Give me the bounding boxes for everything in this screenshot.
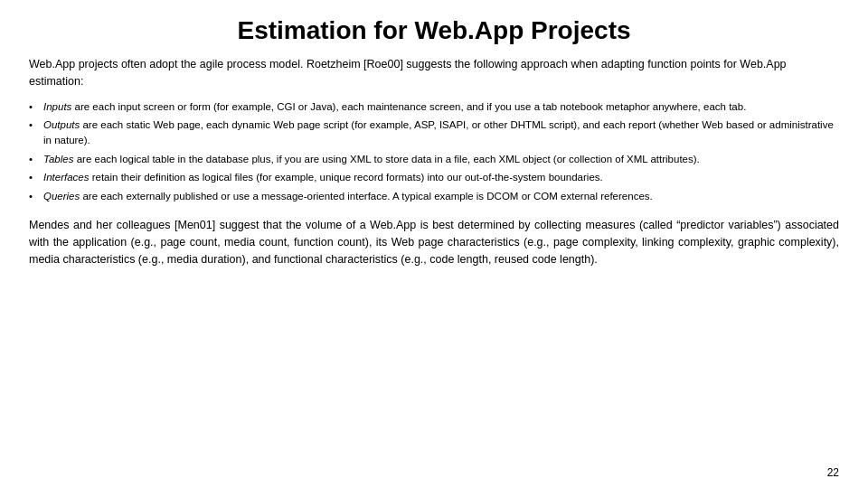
bullet-list: Inputs are each input screen or form (fo… [29,99,839,204]
bullet-item: Outputs are each static Web page, each d… [29,117,839,147]
mendes-paragraph: Mendes and her colleagues [Men01] sugges… [29,217,839,269]
page-title: Estimation for Web.App Projects [29,16,839,45]
bullet-item: Interfaces retain their definition as lo… [29,170,839,185]
intro-paragraph: Web.App projects often adopt the agile p… [29,56,839,90]
page: Estimation for Web.App Projects Web.App … [0,0,868,488]
bullet-item: Queries are each externally published or… [29,189,839,204]
page-number: 22 [827,466,839,479]
bullet-item: Inputs are each input screen or form (fo… [29,99,839,115]
bullet-item: Tables are each logical table in the dat… [29,152,839,167]
